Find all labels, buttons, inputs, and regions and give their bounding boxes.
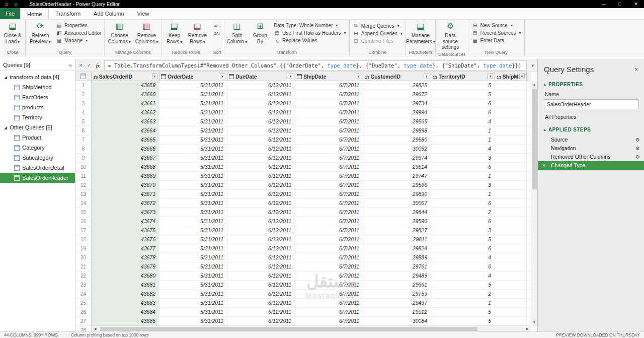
- cell[interactable]: 6/7/2011: [295, 253, 363, 262]
- cell[interactable]: 6/7/2011: [295, 145, 363, 153]
- tab-add-column[interactable]: Add Column: [87, 8, 131, 19]
- cell[interactable]: 43665: [92, 136, 159, 144]
- cell[interactable]: 6/7/2011: [295, 81, 363, 90]
- cell[interactable]: 5/31/2011: [159, 99, 227, 108]
- data-type-button[interactable]: Data Type: Whole Number: [272, 22, 348, 29]
- gear-icon[interactable]: [635, 153, 640, 161]
- cell[interactable]: 29596: [363, 217, 431, 226]
- cell[interactable]: [495, 99, 527, 108]
- row-number[interactable]: 27: [75, 317, 92, 325]
- cell[interactable]: 6/7/2011: [295, 281, 363, 289]
- cell[interactable]: 5/31/2011: [159, 217, 227, 226]
- cell[interactable]: 3: [431, 226, 495, 235]
- row-number[interactable]: 11: [75, 172, 92, 180]
- column-header-shipmetho[interactable]: ShipMetho: [495, 72, 527, 81]
- cell[interactable]: 5/31/2011: [159, 262, 227, 271]
- cell[interactable]: 4: [431, 117, 495, 126]
- row-number[interactable]: 14: [75, 199, 92, 208]
- cell[interactable]: 5/31/2011: [159, 199, 227, 208]
- cell[interactable]: 29890: [363, 190, 431, 198]
- cell[interactable]: 5/31/2011: [159, 272, 227, 280]
- row-number[interactable]: 8: [75, 145, 92, 153]
- cell[interactable]: 30067: [363, 199, 431, 208]
- cell[interactable]: 29565: [363, 117, 431, 126]
- cell[interactable]: [495, 199, 527, 208]
- cell[interactable]: 6: [431, 262, 495, 271]
- cell[interactable]: 6/7/2011: [295, 308, 363, 316]
- cell[interactable]: 5/31/2011: [159, 108, 227, 117]
- cell[interactable]: 5/31/2011: [159, 208, 227, 217]
- cell[interactable]: 6/12/2011: [227, 145, 295, 153]
- row-number[interactable]: 18: [75, 235, 92, 244]
- horizontal-scrollbar-thumb[interactable]: [100, 327, 477, 331]
- cell[interactable]: 43684: [92, 308, 159, 316]
- cell[interactable]: 6: [431, 199, 495, 208]
- close-panel-icon[interactable]: [634, 66, 638, 73]
- cell[interactable]: 6/12/2011: [227, 244, 295, 253]
- cell[interactable]: 43666: [92, 145, 159, 153]
- split-column-button[interactable]: Split Column: [226, 21, 248, 45]
- cell[interactable]: 4: [431, 253, 495, 262]
- cell[interactable]: 6/12/2011: [227, 281, 295, 289]
- cell[interactable]: 5/31/2011: [159, 154, 227, 162]
- cell[interactable]: 6/12/2011: [227, 136, 295, 144]
- cell[interactable]: 5/31/2011: [159, 81, 227, 90]
- cell[interactable]: 43660: [92, 90, 159, 99]
- cell[interactable]: [495, 290, 527, 298]
- scroll-up-icon[interactable]: [531, 81, 537, 88]
- column-header-orderdate[interactable]: OrderDate: [159, 72, 227, 81]
- applied-step-changed-type[interactable]: Changed Type: [538, 161, 644, 170]
- cell[interactable]: 6/12/2011: [227, 181, 295, 189]
- row-number[interactable]: 10: [75, 163, 92, 171]
- cell[interactable]: 6/12/2011: [227, 99, 295, 108]
- query-folder[interactable]: Other Queries [5]: [0, 122, 75, 132]
- expand-icon[interactable]: [4, 75, 7, 80]
- cell[interactable]: 1: [431, 172, 495, 180]
- cell[interactable]: 1: [431, 136, 495, 144]
- cell[interactable]: 43674: [92, 217, 159, 226]
- select-all-corner[interactable]: [75, 72, 92, 81]
- cell[interactable]: 43670: [92, 181, 159, 189]
- cell[interactable]: [495, 126, 527, 135]
- cell[interactable]: 6/7/2011: [295, 154, 363, 162]
- cell[interactable]: 5/31/2011: [159, 281, 227, 289]
- cell[interactable]: 6: [431, 163, 495, 171]
- cell[interactable]: 43672: [92, 199, 159, 208]
- cell[interactable]: 43681: [92, 281, 159, 289]
- cell[interactable]: 6/7/2011: [295, 90, 363, 99]
- close-button[interactable]: [628, 0, 644, 8]
- query-name-input[interactable]: [544, 99, 638, 109]
- replace-values-button[interactable]: Replace Values: [272, 37, 348, 44]
- cell[interactable]: [495, 108, 527, 117]
- row-number[interactable]: 5: [75, 117, 92, 126]
- cell[interactable]: 6/7/2011: [295, 126, 363, 135]
- new-source-button[interactable]: New Source: [470, 22, 522, 29]
- filter-dropdown-icon[interactable]: [488, 74, 493, 79]
- combine-files-button[interactable]: Combine Files: [351, 38, 404, 44]
- query-item-products[interactable]: products: [0, 102, 75, 112]
- number-type-icon[interactable]: [365, 74, 369, 80]
- cell[interactable]: 5: [431, 235, 495, 244]
- cell[interactable]: 6/7/2011: [295, 163, 363, 171]
- cell[interactable]: 29825: [363, 81, 431, 90]
- cell[interactable]: 43664: [92, 126, 159, 135]
- row-number[interactable]: 7: [75, 136, 92, 144]
- cell[interactable]: 29489: [363, 272, 431, 280]
- cell[interactable]: 6/7/2011: [295, 208, 363, 217]
- cell[interactable]: 29974: [363, 154, 431, 162]
- cell[interactable]: 6/12/2011: [227, 81, 295, 90]
- date-type-icon[interactable]: [161, 74, 166, 79]
- cell[interactable]: 4: [431, 272, 495, 280]
- scroll-right-icon[interactable]: [524, 327, 531, 331]
- cell[interactable]: 6/12/2011: [227, 190, 295, 198]
- column-header-customerid[interactable]: CustomerID: [363, 72, 431, 81]
- keep-rows-button[interactable]: Keep Rows: [163, 21, 185, 45]
- cell[interactable]: 29912: [363, 308, 431, 316]
- query-item-salesorderheader[interactable]: SalesOrderHeader: [0, 173, 75, 183]
- cell[interactable]: 6/12/2011: [227, 117, 295, 126]
- cell[interactable]: 43682: [92, 290, 159, 298]
- properties-button[interactable]: Properties: [54, 22, 103, 29]
- row-number[interactable]: 24: [75, 290, 92, 298]
- vertical-scrollbar[interactable]: [531, 81, 537, 325]
- cell[interactable]: 5/31/2011: [159, 190, 227, 198]
